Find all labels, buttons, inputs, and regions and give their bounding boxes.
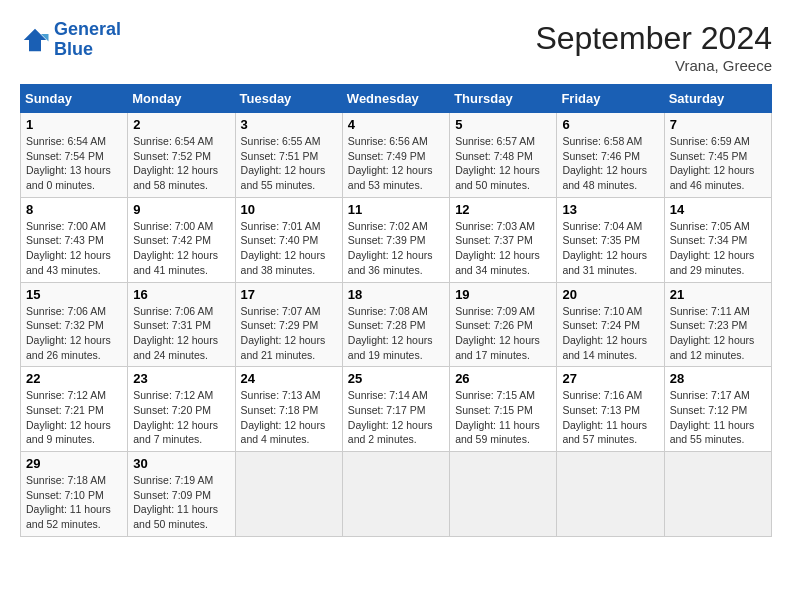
- calendar-cell: 27Sunrise: 7:16 AM Sunset: 7:13 PM Dayli…: [557, 367, 664, 452]
- col-sunday: Sunday: [21, 85, 128, 113]
- calendar-cell: 26Sunrise: 7:15 AM Sunset: 7:15 PM Dayli…: [450, 367, 557, 452]
- day-info: Sunrise: 7:17 AM Sunset: 7:12 PM Dayligh…: [670, 388, 766, 447]
- day-info: Sunrise: 6:58 AM Sunset: 7:46 PM Dayligh…: [562, 134, 658, 193]
- day-info: Sunrise: 7:18 AM Sunset: 7:10 PM Dayligh…: [26, 473, 122, 532]
- calendar-cell: 3Sunrise: 6:55 AM Sunset: 7:51 PM Daylig…: [235, 113, 342, 198]
- calendar-cell: 29Sunrise: 7:18 AM Sunset: 7:10 PM Dayli…: [21, 452, 128, 537]
- day-info: Sunrise: 6:54 AM Sunset: 7:54 PM Dayligh…: [26, 134, 122, 193]
- col-wednesday: Wednesday: [342, 85, 449, 113]
- day-number: 6: [562, 117, 658, 132]
- day-info: Sunrise: 6:56 AM Sunset: 7:49 PM Dayligh…: [348, 134, 444, 193]
- calendar-cell: 10Sunrise: 7:01 AM Sunset: 7:40 PM Dayli…: [235, 197, 342, 282]
- calendar-cell: 9Sunrise: 7:00 AM Sunset: 7:42 PM Daylig…: [128, 197, 235, 282]
- location: Vrana, Greece: [535, 57, 772, 74]
- day-info: Sunrise: 7:05 AM Sunset: 7:34 PM Dayligh…: [670, 219, 766, 278]
- day-number: 23: [133, 371, 229, 386]
- calendar-cell: 1Sunrise: 6:54 AM Sunset: 7:54 PM Daylig…: [21, 113, 128, 198]
- col-thursday: Thursday: [450, 85, 557, 113]
- day-info: Sunrise: 7:16 AM Sunset: 7:13 PM Dayligh…: [562, 388, 658, 447]
- calendar-cell: 19Sunrise: 7:09 AM Sunset: 7:26 PM Dayli…: [450, 282, 557, 367]
- header-row: Sunday Monday Tuesday Wednesday Thursday…: [21, 85, 772, 113]
- calendar-cell: 16Sunrise: 7:06 AM Sunset: 7:31 PM Dayli…: [128, 282, 235, 367]
- calendar-cell: 15Sunrise: 7:06 AM Sunset: 7:32 PM Dayli…: [21, 282, 128, 367]
- col-friday: Friday: [557, 85, 664, 113]
- calendar-cell: 4Sunrise: 6:56 AM Sunset: 7:49 PM Daylig…: [342, 113, 449, 198]
- day-info: Sunrise: 7:06 AM Sunset: 7:32 PM Dayligh…: [26, 304, 122, 363]
- day-number: 19: [455, 287, 551, 302]
- day-number: 3: [241, 117, 337, 132]
- day-number: 18: [348, 287, 444, 302]
- calendar-cell: 6Sunrise: 6:58 AM Sunset: 7:46 PM Daylig…: [557, 113, 664, 198]
- day-number: 4: [348, 117, 444, 132]
- day-info: Sunrise: 6:59 AM Sunset: 7:45 PM Dayligh…: [670, 134, 766, 193]
- day-number: 1: [26, 117, 122, 132]
- day-info: Sunrise: 7:02 AM Sunset: 7:39 PM Dayligh…: [348, 219, 444, 278]
- day-info: Sunrise: 7:00 AM Sunset: 7:43 PM Dayligh…: [26, 219, 122, 278]
- calendar-cell: 24Sunrise: 7:13 AM Sunset: 7:18 PM Dayli…: [235, 367, 342, 452]
- day-number: 22: [26, 371, 122, 386]
- day-number: 14: [670, 202, 766, 217]
- day-number: 12: [455, 202, 551, 217]
- calendar-cell: [342, 452, 449, 537]
- calendar-cell: 25Sunrise: 7:14 AM Sunset: 7:17 PM Dayli…: [342, 367, 449, 452]
- day-number: 30: [133, 456, 229, 471]
- col-monday: Monday: [128, 85, 235, 113]
- day-number: 13: [562, 202, 658, 217]
- day-info: Sunrise: 7:07 AM Sunset: 7:29 PM Dayligh…: [241, 304, 337, 363]
- svg-marker-0: [24, 29, 47, 52]
- col-saturday: Saturday: [664, 85, 771, 113]
- day-number: 28: [670, 371, 766, 386]
- day-number: 15: [26, 287, 122, 302]
- calendar-cell: 28Sunrise: 7:17 AM Sunset: 7:12 PM Dayli…: [664, 367, 771, 452]
- day-info: Sunrise: 7:10 AM Sunset: 7:24 PM Dayligh…: [562, 304, 658, 363]
- day-info: Sunrise: 7:11 AM Sunset: 7:23 PM Dayligh…: [670, 304, 766, 363]
- calendar-cell: 20Sunrise: 7:10 AM Sunset: 7:24 PM Dayli…: [557, 282, 664, 367]
- day-info: Sunrise: 7:12 AM Sunset: 7:20 PM Dayligh…: [133, 388, 229, 447]
- calendar-cell: 13Sunrise: 7:04 AM Sunset: 7:35 PM Dayli…: [557, 197, 664, 282]
- calendar-cell: [450, 452, 557, 537]
- day-number: 16: [133, 287, 229, 302]
- day-info: Sunrise: 6:57 AM Sunset: 7:48 PM Dayligh…: [455, 134, 551, 193]
- day-number: 20: [562, 287, 658, 302]
- calendar-cell: [664, 452, 771, 537]
- calendar-week-3: 15Sunrise: 7:06 AM Sunset: 7:32 PM Dayli…: [21, 282, 772, 367]
- logo: General Blue: [20, 20, 121, 60]
- page-header: General Blue September 2024 Vrana, Greec…: [20, 20, 772, 74]
- logo-text: General Blue: [54, 20, 121, 60]
- day-info: Sunrise: 7:04 AM Sunset: 7:35 PM Dayligh…: [562, 219, 658, 278]
- calendar-cell: 2Sunrise: 6:54 AM Sunset: 7:52 PM Daylig…: [128, 113, 235, 198]
- day-number: 27: [562, 371, 658, 386]
- calendar-week-4: 22Sunrise: 7:12 AM Sunset: 7:21 PM Dayli…: [21, 367, 772, 452]
- day-number: 26: [455, 371, 551, 386]
- calendar-week-2: 8Sunrise: 7:00 AM Sunset: 7:43 PM Daylig…: [21, 197, 772, 282]
- day-info: Sunrise: 7:09 AM Sunset: 7:26 PM Dayligh…: [455, 304, 551, 363]
- logo-line2: Blue: [54, 39, 93, 59]
- calendar-cell: 30Sunrise: 7:19 AM Sunset: 7:09 PM Dayli…: [128, 452, 235, 537]
- day-number: 9: [133, 202, 229, 217]
- calendar-cell: [235, 452, 342, 537]
- calendar-cell: 7Sunrise: 6:59 AM Sunset: 7:45 PM Daylig…: [664, 113, 771, 198]
- calendar-cell: 11Sunrise: 7:02 AM Sunset: 7:39 PM Dayli…: [342, 197, 449, 282]
- month-title: September 2024: [535, 20, 772, 57]
- day-number: 2: [133, 117, 229, 132]
- calendar-cell: 18Sunrise: 7:08 AM Sunset: 7:28 PM Dayli…: [342, 282, 449, 367]
- calendar-cell: 23Sunrise: 7:12 AM Sunset: 7:20 PM Dayli…: [128, 367, 235, 452]
- day-info: Sunrise: 7:06 AM Sunset: 7:31 PM Dayligh…: [133, 304, 229, 363]
- calendar-week-1: 1Sunrise: 6:54 AM Sunset: 7:54 PM Daylig…: [21, 113, 772, 198]
- day-info: Sunrise: 7:00 AM Sunset: 7:42 PM Dayligh…: [133, 219, 229, 278]
- calendar-cell: [557, 452, 664, 537]
- calendar-cell: 21Sunrise: 7:11 AM Sunset: 7:23 PM Dayli…: [664, 282, 771, 367]
- day-number: 21: [670, 287, 766, 302]
- calendar-cell: 8Sunrise: 7:00 AM Sunset: 7:43 PM Daylig…: [21, 197, 128, 282]
- day-info: Sunrise: 7:15 AM Sunset: 7:15 PM Dayligh…: [455, 388, 551, 447]
- day-number: 24: [241, 371, 337, 386]
- day-number: 25: [348, 371, 444, 386]
- day-number: 11: [348, 202, 444, 217]
- calendar-cell: 17Sunrise: 7:07 AM Sunset: 7:29 PM Dayli…: [235, 282, 342, 367]
- calendar-cell: 12Sunrise: 7:03 AM Sunset: 7:37 PM Dayli…: [450, 197, 557, 282]
- day-info: Sunrise: 7:19 AM Sunset: 7:09 PM Dayligh…: [133, 473, 229, 532]
- day-info: Sunrise: 6:54 AM Sunset: 7:52 PM Dayligh…: [133, 134, 229, 193]
- day-info: Sunrise: 7:08 AM Sunset: 7:28 PM Dayligh…: [348, 304, 444, 363]
- title-block: September 2024 Vrana, Greece: [535, 20, 772, 74]
- day-info: Sunrise: 7:13 AM Sunset: 7:18 PM Dayligh…: [241, 388, 337, 447]
